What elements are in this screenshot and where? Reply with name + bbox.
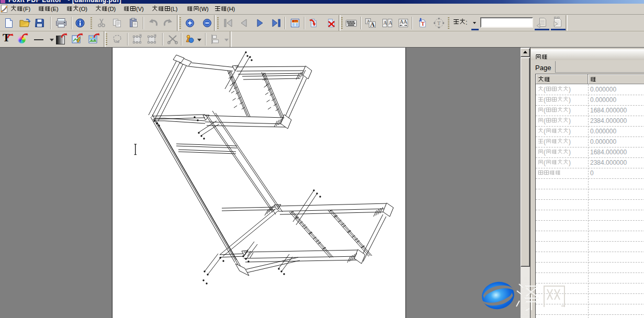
svg-text:T: T [421, 21, 425, 27]
svg-text:A: A [370, 21, 375, 28]
svg-text:AA: AA [400, 19, 408, 25]
svg-text:A: A [383, 20, 387, 26]
svg-text:A: A [389, 20, 392, 26]
svg-text:T: T [437, 20, 441, 26]
